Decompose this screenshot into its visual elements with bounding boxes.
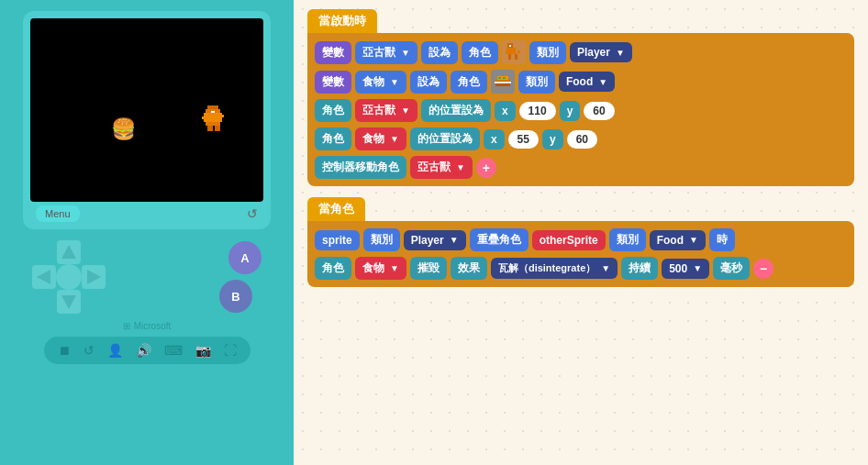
y2-value[interactable]: 60 xyxy=(567,130,597,149)
b-button[interactable]: B xyxy=(219,280,252,313)
dpad-left[interactable] xyxy=(32,265,56,289)
dropdown-arrow-food: ▼ xyxy=(598,77,607,87)
svg-rect-17 xyxy=(517,50,520,53)
overlap-label: 重疊角色 xyxy=(470,228,529,251)
dropdown-arrow-7: ▼ xyxy=(689,235,698,245)
svg-rect-9 xyxy=(211,111,215,113)
bottom-toolbar: ⏹ ↺ 👤 🔊 ⌨ 📷 ⛶ xyxy=(44,337,250,364)
menu-button[interactable]: Menu xyxy=(36,205,80,222)
sprite-button[interactable]: 👤 xyxy=(105,341,126,360)
game-screen: 🍔 xyxy=(30,18,263,202)
food-dropdown-2[interactable]: 食物 ▼ xyxy=(355,127,406,150)
fullscreen-button[interactable]: ⛶ xyxy=(221,341,239,360)
food-dropdown-event[interactable]: Food ▼ xyxy=(650,230,706,250)
svg-rect-24 xyxy=(495,82,511,83)
svg-marker-12 xyxy=(37,270,50,284)
refresh-button[interactable]: ↺ xyxy=(247,206,258,221)
svg-rect-5 xyxy=(207,126,213,131)
type-label-1: 類別 xyxy=(529,41,566,64)
svg-rect-2 xyxy=(204,113,222,118)
stop-button[interactable]: ⏹ xyxy=(55,341,73,360)
controller-row: 控制器移動角色 亞古獸 ▼ + xyxy=(315,156,847,179)
dino-sprite xyxy=(200,105,228,138)
overlap-event-row: sprite 類別 Player ▼ 重疊角色 otherSprite 類別 xyxy=(315,228,847,251)
player-dropdown[interactable]: Player ▼ xyxy=(570,42,632,62)
svg-rect-4 xyxy=(206,122,220,126)
type-label-event-2: 類別 xyxy=(609,228,646,251)
sprite-label: sprite xyxy=(315,230,360,250)
effect-label: 效果 xyxy=(451,257,487,280)
y1-value[interactable]: 60 xyxy=(584,102,614,120)
type-label-event-1: 類別 xyxy=(363,228,400,251)
svg-rect-8 xyxy=(220,115,224,117)
svg-marker-13 xyxy=(87,270,101,284)
pos-set-label-2: 的位置設為 xyxy=(410,127,480,150)
pos-set-label-1: 的位置設為 xyxy=(421,99,491,122)
ancient-dropdown-1[interactable]: 亞古獸 ▼ xyxy=(355,41,417,64)
y-label-2: y xyxy=(542,129,563,149)
ms-label: 毫秒 xyxy=(713,257,750,280)
dropdown-arrow-10: ▼ xyxy=(693,263,702,273)
camera-button[interactable]: 📷 xyxy=(193,341,214,360)
dropdown-arrow-4: ▼ xyxy=(390,134,399,144)
svg-rect-0 xyxy=(207,105,218,109)
dropdown-arrow-6: ▼ xyxy=(450,235,459,245)
add-parameter-btn[interactable]: + xyxy=(476,158,496,178)
disintegrate-dropdown[interactable]: 瓦解（disintegrate） ▼ xyxy=(491,258,618,279)
dpad-up[interactable] xyxy=(57,240,81,264)
windows-icon: ⊞ xyxy=(123,321,130,331)
set-label-2: 設為 xyxy=(410,71,447,94)
svg-marker-10 xyxy=(61,245,76,259)
x1-value[interactable]: 110 xyxy=(519,102,556,120)
pos-food-row: 角色 食物 ▼ 的位置設為 x 55 y 60 xyxy=(315,127,847,150)
food-dropdown-event-2[interactable]: 食物 ▼ xyxy=(355,257,406,280)
player-dropdown-event[interactable]: Player ▼ xyxy=(404,230,466,250)
var-food-row: 變數 食物 ▼ 設為 角色 xyxy=(315,70,847,94)
dpad-center xyxy=(56,264,82,290)
role-teal-event: 角色 xyxy=(315,257,351,280)
keyboard-button[interactable]: ⌨ xyxy=(161,341,185,360)
svg-rect-19 xyxy=(515,54,517,60)
event-block-group: sprite 類別 Player ▼ 重疊角色 otherSprite 類別 xyxy=(307,221,854,287)
role-label-1: 角色 xyxy=(462,41,498,64)
code-editor: 當啟動時 變數 亞古獸 ▼ 設為 角色 xyxy=(294,0,868,465)
set-label-1: 設為 xyxy=(421,41,458,64)
svg-rect-6 xyxy=(215,126,220,131)
restart-button[interactable]: ↺ xyxy=(81,341,97,360)
start-block-group: 變數 亞古獸 ▼ 設為 角色 xyxy=(307,33,854,186)
x2-value[interactable]: 55 xyxy=(508,130,539,149)
x-label-2: x xyxy=(484,129,505,149)
food-dropdown-1[interactable]: 食物 ▼ xyxy=(355,71,406,94)
pos-ancient-row: 角色 亞古獸 ▼ 的位置設為 x 110 y 60 xyxy=(315,99,847,122)
volume-button[interactable]: 🔊 xyxy=(133,341,154,360)
dropdown-arrow-player: ▼ xyxy=(616,48,625,58)
dpad-down[interactable] xyxy=(57,290,81,314)
screen-controls: Menu ↺ xyxy=(30,202,263,222)
player-sprite-icon xyxy=(502,40,526,64)
svg-marker-11 xyxy=(61,295,76,309)
svg-rect-20 xyxy=(509,45,511,47)
dropdown-arrow-9: ▼ xyxy=(601,263,610,273)
food-sprite-icon xyxy=(491,70,515,94)
svg-rect-16 xyxy=(506,50,508,53)
y-label-1: y xyxy=(560,101,581,121)
duration-value-dropdown[interactable]: 500 ▼ xyxy=(662,259,709,279)
other-sprite-label: otherSprite xyxy=(532,230,606,250)
when-start-section: 當啟動時 變數 亞古獸 ▼ 設為 角色 xyxy=(307,9,854,186)
food-type-dropdown[interactable]: Food ▼ xyxy=(559,72,615,92)
dropdown-arrow-8: ▼ xyxy=(390,263,399,273)
ancient-dropdown-3[interactable]: 亞古獸 ▼ xyxy=(410,156,473,179)
svg-rect-26 xyxy=(503,77,506,79)
role-label-2: 角色 xyxy=(451,71,487,94)
dpad-right[interactable] xyxy=(82,265,106,289)
remove-parameter-btn[interactable]: − xyxy=(753,259,773,279)
ancient-dropdown-2[interactable]: 亞古獸 ▼ xyxy=(355,99,417,122)
dpad xyxy=(32,240,106,314)
dropdown-arrow-1: ▼ xyxy=(401,48,410,58)
role-teal-2: 角色 xyxy=(315,127,351,150)
a-button[interactable]: A xyxy=(228,241,262,274)
gamepad-area: A B xyxy=(23,237,271,317)
var-label-1: 變數 xyxy=(315,41,351,64)
when-start-block: 當啟動時 xyxy=(307,9,377,33)
svg-rect-25 xyxy=(498,77,501,79)
